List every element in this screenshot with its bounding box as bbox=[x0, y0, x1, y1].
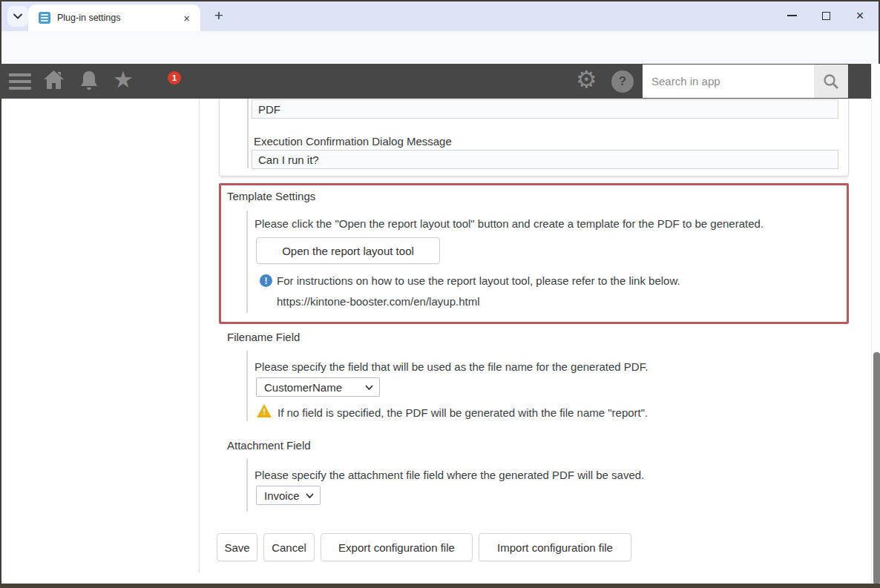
attachment-instruction: Please specify the attachment file field… bbox=[255, 469, 644, 481]
browser-window: Plug-in settings × + × ← → pandafirm.cyb… bbox=[0, 0, 880, 588]
exec-dialog-input[interactable]: Can I run it? bbox=[252, 150, 838, 169]
portal-home-button[interactable] bbox=[43, 70, 65, 93]
filename-field-title: Filename Field bbox=[227, 331, 300, 343]
plugin-favicon-icon bbox=[39, 12, 50, 24]
info-icon: ! bbox=[260, 274, 272, 287]
tab-strip: Plug-in settings × + × bbox=[0, 0, 880, 31]
window-frame bbox=[0, 0, 880, 1]
template-instruction: Please click the "Open the report layout… bbox=[255, 217, 764, 230]
exec-dialog-label: Execution Confirmation Dialog Message bbox=[254, 135, 452, 148]
scrollbar-thumb[interactable] bbox=[873, 352, 880, 584]
notifications-button[interactable]: 1 bbox=[79, 70, 99, 95]
import-configuration-button[interactable]: Import configuration file bbox=[479, 533, 631, 561]
attachment-field-selected-value: Invoice bbox=[264, 489, 300, 502]
tab-close-icon[interactable]: × bbox=[180, 12, 193, 24]
home-icon bbox=[43, 70, 65, 90]
maximize-button[interactable] bbox=[809, 0, 843, 31]
filename-instruction: Please specify the field that will be us… bbox=[255, 360, 648, 373]
filename-field-select[interactable]: CustomerName bbox=[256, 377, 380, 397]
minimize-button[interactable] bbox=[775, 0, 809, 31]
attachment-field-select[interactable]: Invoice bbox=[256, 486, 321, 505]
footer-band bbox=[0, 584, 880, 588]
filename-field-selected-value: CustomerName bbox=[264, 381, 342, 394]
help-button[interactable]: ? bbox=[611, 70, 634, 93]
settings-gear-button[interactable]: ⚙ bbox=[576, 65, 597, 93]
content-left-divider bbox=[199, 99, 200, 573]
chevron-down-icon bbox=[13, 13, 22, 19]
chevron-down-icon bbox=[365, 385, 373, 390]
window-close-button[interactable]: × bbox=[843, 0, 877, 31]
kintone-header: 1 ★ ⚙ ? bbox=[0, 64, 871, 99]
cancel-button[interactable]: Cancel bbox=[263, 533, 315, 561]
notification-badge: 1 bbox=[168, 71, 181, 85]
export-configuration-button[interactable]: Export configuration file bbox=[321, 533, 473, 561]
window-controls: × bbox=[775, 0, 877, 31]
search-button[interactable] bbox=[814, 65, 848, 98]
filename-warning-text: If no field is specified, the PDF will b… bbox=[278, 406, 648, 419]
active-tab[interactable]: Plug-in settings × bbox=[28, 4, 200, 31]
chevron-down-icon bbox=[306, 493, 314, 498]
section-indent-bar bbox=[246, 211, 248, 313]
bell-icon bbox=[79, 70, 99, 92]
tab-title: Plug-in settings bbox=[57, 13, 180, 23]
template-info-text: For instructions on how to use the repor… bbox=[277, 274, 680, 287]
new-tab-button[interactable]: + bbox=[208, 5, 229, 26]
browser-toolbar: ← → pandafirm.cybozu.com/k/admin/app/306… bbox=[0, 31, 880, 64]
vertical-scrollbar[interactable] bbox=[871, 64, 880, 584]
warning-icon: ! bbox=[257, 404, 272, 417]
hamburger-menu-button[interactable] bbox=[9, 73, 31, 93]
save-button[interactable]: Save bbox=[217, 533, 257, 561]
section-indent-bar bbox=[246, 351, 248, 421]
template-settings-title: Template Settings bbox=[227, 190, 315, 202]
tab-search-chevron-button[interactable] bbox=[7, 6, 28, 27]
favorites-button[interactable]: ★ bbox=[113, 66, 134, 93]
section-indent-bar bbox=[246, 459, 248, 512]
open-report-layout-tool-button[interactable]: Open the report layout tool bbox=[256, 237, 440, 264]
pdf-field-input[interactable]: PDF bbox=[252, 99, 838, 119]
search-icon bbox=[823, 73, 839, 90]
search-input[interactable] bbox=[643, 65, 814, 98]
attachment-field-title: Attachment Field bbox=[227, 439, 311, 452]
template-info-link: https://kintone-booster.com/en/layup.htm… bbox=[277, 295, 479, 308]
